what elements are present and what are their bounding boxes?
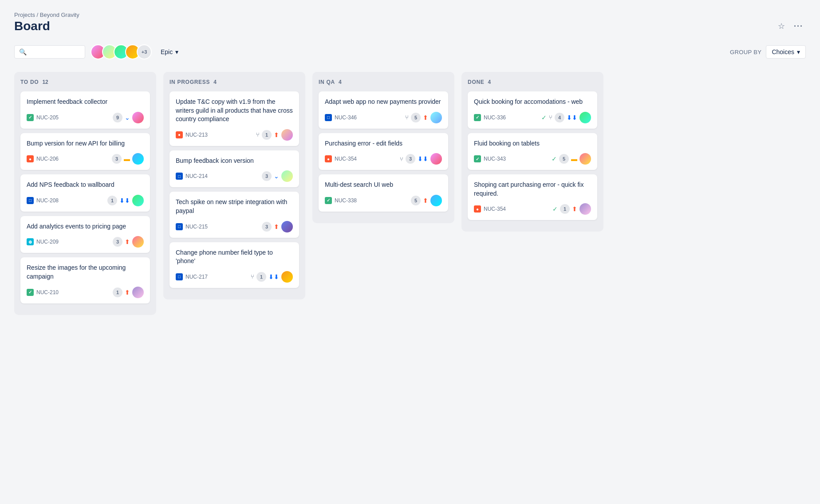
card[interactable]: Bump version for new API for billing ● N… (20, 133, 150, 170)
assignee-avatar[interactable] (281, 129, 293, 141)
assignee-avatar[interactable] (430, 112, 442, 123)
assignee-avatar[interactable] (132, 287, 144, 298)
card-footer: □ NUC-215 3 ⬆ (176, 221, 293, 232)
card-title: Adapt web app no new payments provider (325, 98, 442, 106)
assignee-avatar[interactable] (580, 112, 591, 123)
check-icon: ✓ (541, 114, 547, 121)
issue-id: NUC-210 (36, 289, 59, 295)
search-input[interactable] (29, 48, 80, 55)
issue-type-icon: □ (325, 114, 332, 121)
column-count: 4 (488, 79, 491, 85)
issue-type-icon: ● (176, 131, 183, 138)
column-count: 4 (339, 79, 342, 85)
story-points: 4 (555, 113, 564, 122)
card-meta: ⑂ 1 ⬆ (256, 129, 293, 141)
column-title: TO DO (20, 79, 39, 85)
card[interactable]: Quick booking for accomodations - web ✓ … (468, 91, 597, 129)
assignee-avatar[interactable] (430, 153, 442, 165)
card-meta: 9 ⌄ (113, 112, 144, 123)
priority-high-icon: ⬆ (125, 289, 130, 296)
priority-high-icon: ⬆ (274, 131, 279, 138)
card-footer: ✓ NUC-205 9 ⌄ (27, 112, 144, 123)
column-header: IN QA 4 (319, 79, 448, 85)
issue-type-icon: ✓ (27, 114, 34, 121)
issue-id: NUC-206 (36, 156, 59, 162)
card[interactable]: Tech spike on new stripe integration wit… (170, 192, 299, 237)
priority-high-icon: ⬆ (572, 205, 577, 213)
story-points: 1 (107, 196, 117, 205)
star-button[interactable]: ☆ (775, 19, 788, 34)
column-count: 4 (213, 79, 217, 85)
assignee-avatar[interactable] (281, 221, 293, 232)
group-by-area: GROUP BY Choices ▾ (730, 45, 806, 59)
card[interactable]: Change phone number field type to 'phone… (170, 242, 299, 288)
card-meta: 1 ⬇⬇ (107, 195, 144, 206)
card-footer: □ NUC-214 3 ⌄ (176, 170, 293, 182)
card[interactable]: Add analytics events to pricing page ⊕ N… (20, 216, 150, 253)
card[interactable]: Shoping cart purchasing error - quick fi… (468, 174, 597, 220)
card[interactable]: Purchasing error - edit fields ● NUC-354… (319, 133, 448, 170)
assignee-avatar[interactable] (281, 271, 293, 283)
assignee-avatar[interactable] (132, 236, 144, 248)
card-title: Shoping cart purchasing error - quick fi… (474, 181, 591, 198)
card-title: Change phone number field type to 'phone… (176, 248, 293, 266)
card-meta: 3 ⬆ (113, 236, 144, 248)
card-title: Implement feedback collector (27, 98, 144, 106)
issue-type-icon: □ (176, 223, 183, 230)
priority-high-icon: ⬆ (423, 197, 428, 204)
card-footer: ✓ NUC-336 ✓ ⑂ 4 ⬇⬇ (474, 112, 591, 123)
card[interactable]: Resize the images for the upcoming campa… (20, 257, 150, 303)
priority-high-icon: ⬆ (274, 223, 279, 230)
avatar-more[interactable]: +3 (137, 44, 152, 59)
check-icon: ✓ (552, 155, 557, 162)
assignee-avatar[interactable] (430, 195, 442, 206)
card-footer: □ NUC-208 1 ⬇⬇ (27, 195, 144, 206)
issue-id: NUC-338 (335, 197, 357, 204)
column-inqa: IN QA 4 Adapt web app no new payments pr… (312, 72, 454, 223)
card[interactable]: Multi-dest search UI web ✓ NUC-338 5 ⬆ (319, 174, 448, 212)
card-meta: 3 ▬ (112, 153, 144, 165)
check-icon: ✓ (552, 205, 558, 213)
story-points: 1 (113, 287, 122, 297)
chevron-down-icon: ▾ (797, 48, 800, 55)
card-meta: ✓ 1 ⬆ (552, 203, 591, 215)
card-title: Fluid booking on tablets (474, 139, 591, 148)
story-points: 3 (262, 222, 272, 232)
card[interactable]: Update T&C copy with v1.9 from the write… (170, 91, 299, 146)
story-points: 3 (406, 154, 415, 164)
column-todo: TO DO 12 Implement feedback collector ✓ … (14, 72, 156, 315)
column-title: DONE (468, 79, 485, 85)
priority-low-icon: ⬇⬇ (119, 197, 130, 204)
assignee-avatar[interactable] (281, 170, 293, 182)
card-footer: ✓ NUC-210 1 ⬆ (27, 287, 144, 298)
issue-id: NUC-343 (484, 156, 506, 162)
more-button[interactable]: ··· (791, 19, 806, 34)
choices-dropdown-button[interactable]: Choices ▾ (766, 45, 806, 59)
card-meta: 1 ⬆ (113, 287, 144, 298)
search-box[interactable]: 🔍 (14, 45, 85, 59)
column-done: DONE 4 Quick booking for accomodations -… (461, 72, 603, 232)
card-footer: □ NUC-217 ⑂ 1 ⬇⬇ (176, 271, 293, 283)
assignee-avatar[interactable] (132, 153, 144, 165)
card-title: Quick booking for accomodations - web (474, 98, 591, 106)
card-title: Bump feedback icon version (176, 157, 293, 165)
more-icon: ··· (794, 22, 803, 31)
issue-type-icon: ✓ (474, 155, 481, 162)
issue-type-icon: □ (176, 273, 183, 280)
card-meta: ⑂ 3 ⬇⬇ (400, 153, 442, 165)
epic-filter-button[interactable]: Epic ▾ (157, 46, 182, 58)
card[interactable]: Implement feedback collector ✓ NUC-205 9… (20, 91, 150, 129)
card[interactable]: Fluid booking on tablets ✓ NUC-343 ✓ 5 ▬ (468, 133, 597, 170)
card[interactable]: Add NPS feedback to wallboard □ NUC-208 … (20, 174, 150, 212)
card-meta: ✓ 5 ▬ (552, 153, 591, 165)
assignee-avatar[interactable] (132, 112, 144, 123)
priority-down-icon: ⌄ (274, 173, 279, 180)
card[interactable]: Adapt web app no new payments provider □… (319, 91, 448, 129)
assignee-avatar[interactable] (580, 153, 591, 165)
card-title: Multi-dest search UI web (325, 181, 442, 189)
story-points: 5 (411, 196, 421, 205)
issue-type-icon: ● (27, 155, 34, 162)
assignee-avatar[interactable] (580, 203, 591, 215)
assignee-avatar[interactable] (132, 195, 144, 206)
card[interactable]: Bump feedback icon version □ NUC-214 3 ⌄ (170, 150, 299, 188)
